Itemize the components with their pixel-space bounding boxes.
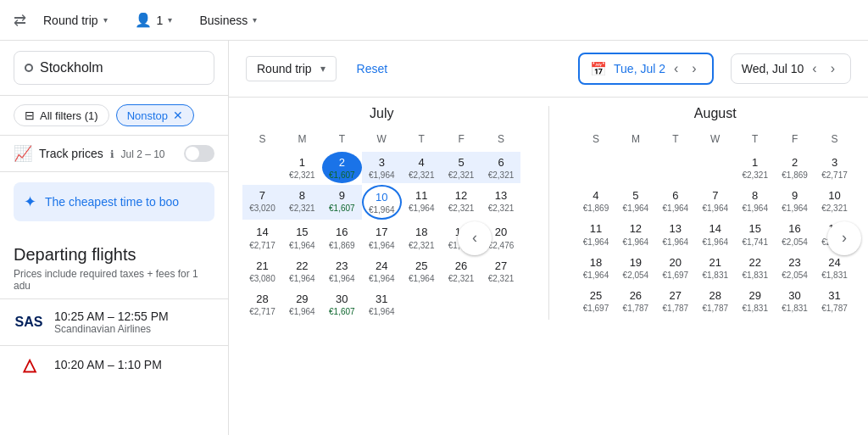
calendar-next-arrow[interactable]: ›: [827, 221, 861, 255]
day-cell: [242, 152, 282, 183]
day-cell[interactable]: 6€2,321: [481, 152, 521, 183]
day-price: €2,476: [488, 241, 515, 250]
start-date-next[interactable]: ›: [687, 59, 701, 78]
day-price: €1,964: [329, 274, 355, 283]
day-cell[interactable]: 14€2,717: [242, 221, 282, 253]
day-number: 4: [593, 188, 598, 204]
day-cell[interactable]: 25€1,964: [402, 255, 442, 287]
filters-row: ⊟ All filters (1) Nonstop ✕: [0, 96, 228, 136]
day-cell[interactable]: 8€2,321: [282, 185, 322, 220]
day-cell[interactable]: 20€1,697: [655, 252, 695, 283]
day-cell[interactable]: 1€2,321: [735, 152, 775, 183]
day-cell[interactable]: 27€1,787: [655, 285, 695, 316]
august-weekdays: S M T W T F S: [576, 130, 855, 148]
day-cell[interactable]: 28€1,787: [695, 285, 735, 316]
class-button[interactable]: Business ▾: [189, 8, 267, 32]
start-date-picker[interactable]: 📅 Tue, Jul 2 ‹ ›: [578, 53, 714, 85]
day-number: 22: [296, 259, 308, 274]
day-number: 14: [709, 221, 721, 237]
day-cell[interactable]: 15€1,741: [735, 218, 775, 249]
day-cell[interactable]: 26€2,321: [442, 255, 481, 287]
day-cell[interactable]: 9€1,607: [322, 185, 362, 220]
day-cell[interactable]: 9€1,964: [775, 185, 815, 216]
day-cell[interactable]: 3€2,717: [815, 152, 854, 183]
flight-item-1[interactable]: SAS 10:25 AM – 12:55 PM Scandinavian Air…: [0, 298, 228, 345]
day-cell[interactable]: 29€1,964: [282, 288, 322, 320]
day-cell[interactable]: 13€2,321: [481, 185, 521, 220]
day-price: €1,964: [369, 307, 395, 316]
day-cell[interactable]: 21€3,080: [242, 255, 282, 287]
day-cell[interactable]: 30€1,607: [322, 288, 362, 320]
day-cell[interactable]: 2€1,869: [775, 152, 815, 183]
day-cell[interactable]: 11€1,964: [402, 185, 442, 220]
day-number: 30: [788, 288, 800, 304]
day-cell[interactable]: 10€2,321: [815, 185, 854, 216]
day-cell[interactable]: 8€1,964: [735, 185, 775, 216]
day-cell[interactable]: 15€1,964: [282, 221, 322, 253]
day-cell[interactable]: 16€2,054: [775, 218, 815, 249]
day-cell[interactable]: 21€1,831: [695, 252, 735, 283]
day-cell[interactable]: 28€2,717: [242, 288, 282, 320]
day-price: €1,787: [663, 304, 689, 313]
day-cell[interactable]: 4€2,321: [402, 152, 442, 183]
end-date-prev[interactable]: ‹: [807, 59, 821, 78]
reset-button[interactable]: Reset: [357, 62, 388, 75]
all-filters-chip[interactable]: ⊟ All filters (1): [14, 104, 109, 126]
day-cell[interactable]: 12€1,964: [615, 218, 655, 249]
day-cell[interactable]: 25€1,697: [576, 285, 616, 316]
day-cell[interactable]: 18€2,321: [402, 221, 442, 253]
end-date-picker[interactable]: Wed, Jul 10 ‹ ›: [731, 53, 851, 84]
end-date-next[interactable]: ›: [826, 59, 840, 78]
day-price: €2,321: [488, 170, 515, 180]
nonstop-close-icon[interactable]: ✕: [173, 109, 183, 122]
day-cell[interactable]: 23€2,054: [775, 252, 815, 283]
start-date-prev[interactable]: ‹: [669, 59, 683, 78]
day-cell[interactable]: 12€2,321: [442, 185, 481, 220]
day-cell[interactable]: 13€1,964: [655, 218, 695, 249]
search-input[interactable]: Stockholm: [14, 51, 214, 85]
day-cell[interactable]: 18€1,964: [576, 252, 616, 283]
day-cell[interactable]: 17€1,964: [362, 221, 402, 253]
flight-item-2[interactable]: △ 10:20 AM – 1:10 PM: [0, 345, 228, 383]
day-price: €3,080: [249, 274, 275, 283]
day-price: €3,020: [249, 204, 275, 213]
day-cell[interactable]: 30€1,831: [775, 285, 815, 316]
cheapest-banner[interactable]: ✦ The cheapest time to boo: [14, 182, 214, 221]
day-cell[interactable]: 14€1,964: [695, 218, 735, 249]
calendar-trip-type[interactable]: Round trip ▾: [246, 56, 337, 81]
day-cell[interactable]: 31€1,964: [362, 288, 402, 320]
day-cell[interactable]: 6€1,964: [655, 185, 695, 216]
nonstop-chip[interactable]: Nonstop ✕: [116, 104, 194, 126]
day-cell[interactable]: 22€1,831: [735, 252, 775, 283]
day-cell[interactable]: 27€2,321: [481, 255, 521, 287]
day-cell[interactable]: 5€1,964: [615, 185, 655, 216]
day-cell[interactable]: 4€1,869: [576, 185, 616, 216]
day-cell[interactable]: 3€1,964: [362, 152, 402, 183]
flight-2-info: 10:20 AM – 1:10 PM: [54, 358, 162, 371]
day-cell[interactable]: 19€2,054: [615, 252, 655, 283]
day-price: €2,717: [821, 170, 848, 180]
trip-type-button[interactable]: Round trip ▾: [33, 8, 118, 32]
day-price: €1,964: [583, 270, 609, 280]
passengers-button[interactable]: 👤 1 ▾: [125, 7, 183, 33]
day-cell[interactable]: 16€1,869: [322, 221, 362, 253]
calendar-prev-arrow[interactable]: ‹: [458, 221, 492, 255]
day-cell[interactable]: 24€1,964: [362, 255, 402, 287]
day-cell[interactable]: 29€1,831: [735, 285, 775, 316]
track-prices-toggle[interactable]: [184, 145, 214, 162]
day-cell[interactable]: 2€1,607: [322, 152, 362, 183]
day-cell[interactable]: 5€2,321: [442, 152, 481, 183]
day-cell[interactable]: 1€2,321: [282, 152, 322, 183]
day-cell[interactable]: 23€1,964: [322, 255, 362, 287]
day-cell[interactable]: 26€1,787: [615, 285, 655, 316]
day-number: 3: [832, 155, 837, 170]
day-cell[interactable]: 7€1,964: [695, 185, 735, 216]
day-cell[interactable]: 11€1,964: [576, 218, 616, 249]
day-cell[interactable]: 7€3,020: [242, 185, 282, 220]
day-cell[interactable]: 24€1,831: [815, 252, 854, 283]
day-price: €2,321: [289, 170, 315, 180]
day-cell[interactable]: 31€1,787: [815, 285, 854, 316]
aug-weekday-1: M: [615, 130, 655, 148]
day-cell[interactable]: 10€1,964: [362, 185, 402, 220]
day-cell[interactable]: 22€1,964: [282, 255, 322, 287]
